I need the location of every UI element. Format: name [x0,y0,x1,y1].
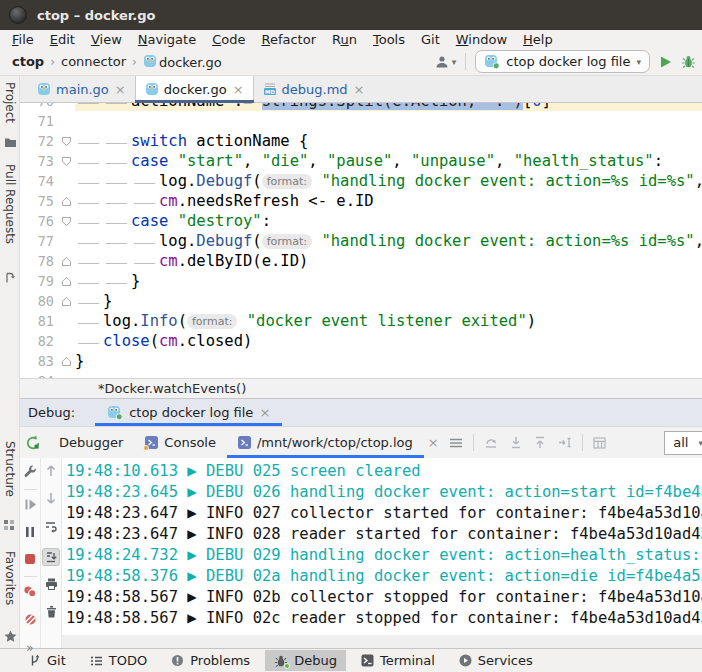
stop-button[interactable] [24,553,36,568]
arrow-up-icon[interactable] [45,464,57,480]
editor-tab-docker.go[interactable]: docker.go× [135,76,254,102]
code-line: 72switch actionName { [20,131,702,151]
vcs-user-button[interactable]: ▾ [434,55,457,69]
menu-item-help[interactable]: Help [515,32,561,47]
toolwindow-button-project[interactable]: Project [3,82,17,123]
settings-wrench-icon[interactable] [23,464,37,481]
menu-item-git[interactable]: Git [413,32,448,47]
toolwindow-button-structure[interactable]: Structure [3,441,17,497]
mute-breakpoints-icon[interactable] [24,613,37,629]
close-icon[interactable]: × [115,82,126,97]
parameter-hint: format: [262,234,312,249]
code-line: 71 [20,111,702,131]
menu-item-navigate[interactable]: Navigate [130,32,204,47]
tab-whitespace-mark [103,222,131,226]
options-menu-icon[interactable] [449,437,463,449]
console-tab-label: /mnt/work/ctop/ctop.log [257,435,413,450]
breadcrumb-item[interactable]: connector [61,54,126,69]
code-token: "die" [262,152,309,170]
breadcrumb-item[interactable]: docker.go [143,53,222,70]
tab-whitespace-mark [75,242,103,246]
fold-up-icon[interactable] [58,251,75,271]
code-token: Debugf [196,172,252,190]
soft-wrap-icon[interactable] [44,520,58,536]
code-token: } [75,352,84,370]
print-icon[interactable] [45,578,58,593]
console-tab--mnt-work-ctop-ctop-log[interactable]: /mnt/work/ctop/ctop.log [227,427,424,458]
scroll-up-to-top-icon[interactable] [534,436,546,449]
fold-down-icon[interactable] [58,151,75,171]
toolwindow-button-problems[interactable]: Problems [162,650,259,671]
structure-icon [4,518,15,533]
go-debug-config-icon [484,54,500,69]
code-token: ] [542,103,551,110]
log-line: 19:48:58.376 ▶ DEBU 02a handling docker … [66,566,702,587]
close-icon[interactable]: × [428,435,439,450]
navigation-bar: ctop›connector›docker.go ▾ ctop docker l… [0,48,702,76]
clear-all-trash-icon[interactable] [46,605,57,621]
debug-session-tab[interactable]: ctop docker log file × [95,399,282,426]
run-button[interactable] [659,55,672,69]
scroll-down-to-end-icon[interactable] [510,436,522,449]
pause-program-icon[interactable] [24,526,36,541]
editor-tab-debug.md[interactable]: MDdebug.md× [254,76,374,102]
menu-item-tools[interactable]: Tools [365,32,413,47]
tab-whitespace-mark [75,182,103,186]
close-icon[interactable]: × [354,82,365,97]
log-console[interactable]: 19:48:10.613 ▶ DEBU 025 screen cleared19… [62,458,702,648]
editor-tab-main.go[interactable]: main.go× [28,76,135,102]
menu-item-window[interactable]: Window [448,32,515,47]
layout-grid-icon[interactable] [593,437,606,449]
scroll-to-end-toggle[interactable] [42,548,60,566]
toolwindow-button-services[interactable]: Services [450,650,542,671]
fold-up-icon[interactable] [58,191,75,211]
menu-item-edit[interactable]: Edit [42,32,83,47]
toolwindow-button-git[interactable]: Git [20,650,75,671]
close-icon[interactable]: × [233,82,244,97]
code-text: case "start", "die", "pause", "unpause",… [75,151,702,171]
fold-up-icon[interactable] [58,291,75,311]
menu-item-run[interactable]: Run [324,32,365,47]
code-line: 80} [20,291,702,311]
run-configuration-select[interactable]: ctop docker log file ▾ [475,50,650,73]
code-token [168,152,177,170]
fold-down-icon[interactable] [58,211,75,231]
console-tab-console[interactable]: Console [134,427,227,458]
jump-to-previous-icon[interactable] [484,436,498,449]
window-titlebar[interactable]: ctop – docker.go [0,0,702,30]
console-tab-debugger[interactable]: Debugger [48,427,134,458]
toolwindow-button-terminal[interactable]: Terminal [352,650,444,671]
menu-item-file[interactable]: File [4,32,42,47]
view-breakpoints-icon[interactable] [23,585,37,601]
code-editor[interactable]: 70actionName := strings.Split(e.Action, … [20,103,702,378]
scroll-to-cursor-icon[interactable] [558,436,572,449]
tab-whitespace-mark [75,103,103,106]
toolwindow-button-pull-requests[interactable]: Pull Requests [3,164,17,244]
tab-whitespace-mark [131,202,159,206]
breadcrumb-item[interactable]: ctop [12,54,44,69]
fold-up-icon[interactable] [58,351,75,371]
tab-whitespace-mark [131,242,159,246]
code-token: [ [523,103,532,110]
menu-item-code[interactable]: Code [204,32,253,47]
code-text: actionName := strings.Split(e.Action, ":… [75,103,702,111]
md-file-icon: MD [263,82,277,96]
menu-item-view[interactable]: View [83,32,130,47]
toolwindow-button-todo[interactable]: TODO [81,650,156,671]
fold-down-icon[interactable] [58,131,75,151]
code-token [168,212,177,230]
rerun-button[interactable] [25,435,41,451]
log-filter-select[interactable]: all ▾ [664,431,702,455]
person-icon [434,55,450,69]
close-icon[interactable]: × [259,405,270,420]
toolbar-separator [24,489,37,490]
resume-program-icon[interactable] [24,498,37,514]
line-number: 83 [20,351,58,371]
arrow-down-icon[interactable] [45,492,57,508]
toolwindow-button-debug[interactable]: Debug [265,650,346,671]
fold-up-icon[interactable] [58,271,75,291]
code-token: actionName { [187,132,308,150]
debug-button[interactable] [681,54,696,69]
menu-item-refactor[interactable]: Refactor [253,32,324,47]
toolwindow-button-favorites[interactable]: Favorites [3,551,17,605]
